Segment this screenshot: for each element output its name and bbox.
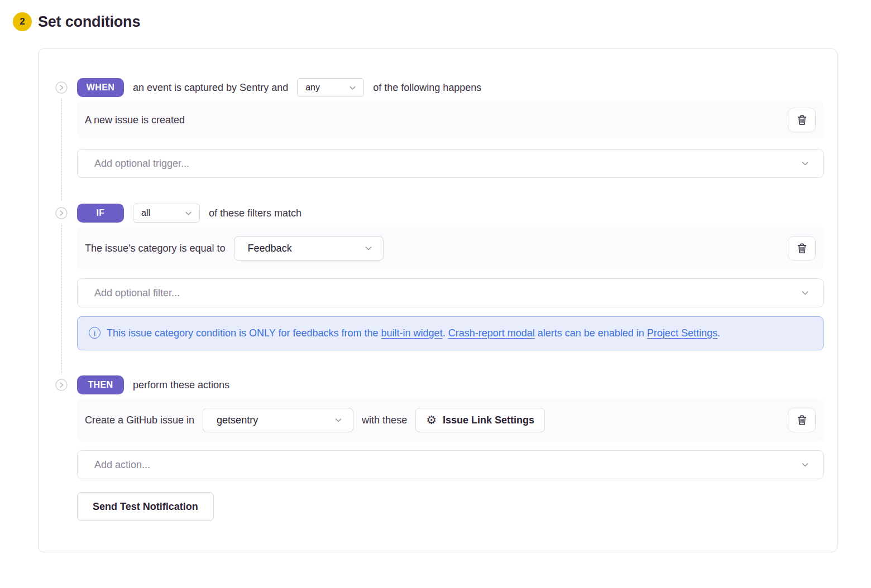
alert-segment: This issue category condition is ONLY fo… — [107, 327, 381, 339]
alert-rule-builder: 2 Set conditions WHEN an event is captur… — [0, 0, 871, 588]
github-repo-select[interactable]: getsentry — [203, 408, 353, 432]
conditions-card: WHEN an event is captured by Sentry and … — [38, 49, 838, 552]
chevron-down-icon — [334, 416, 343, 425]
chevron-down-icon — [184, 209, 193, 218]
alert-message: This issue category condition is ONLY fo… — [107, 325, 720, 342]
delete-trigger-button[interactable] — [788, 108, 816, 132]
trigger-condition-label-wrap: A new issue is created — [85, 114, 185, 126]
action-label: Create a GitHub issue in — [85, 415, 194, 426]
filter-condition-label-wrap: The issue's category is equal to Feedbac… — [85, 236, 384, 261]
then-step-header: THEN perform these actions — [77, 375, 824, 394]
crash-report-modal-link[interactable]: Crash-report modal — [448, 327, 535, 339]
gear-icon: ⚙ — [426, 415, 437, 426]
project-settings-link[interactable]: Project Settings — [647, 327, 717, 339]
add-trigger-placeholder: Add optional trigger... — [94, 158, 189, 170]
step-connector-line — [61, 225, 62, 373]
when-frequency-select[interactable]: any — [297, 78, 364, 97]
alert-segment: . — [717, 327, 720, 339]
trash-icon — [796, 114, 808, 126]
if-badge: IF — [77, 204, 124, 223]
filter-condition-label: The issue's category is equal to — [85, 243, 226, 254]
trigger-condition-label: A new issue is created — [85, 114, 185, 126]
issue-link-settings-button[interactable]: ⚙ Issue Link Settings — [415, 408, 545, 432]
if-step: IF all of these filters match The issue'… — [39, 204, 824, 350]
when-step: WHEN an event is captured by Sentry and … — [39, 78, 824, 178]
when-badge: WHEN — [77, 78, 124, 97]
page-title: Set conditions — [38, 13, 140, 31]
circle-chevron-right-icon[interactable] — [55, 207, 68, 219]
trigger-condition-row: A new issue is created — [77, 102, 824, 138]
action-connector-text: with these — [362, 415, 407, 426]
if-match-select-value: all — [141, 208, 150, 218]
if-match-select[interactable]: all — [133, 204, 200, 223]
step-connector-line — [61, 99, 62, 200]
issue-link-settings-label: Issue Link Settings — [443, 415, 534, 426]
chevron-down-icon — [801, 159, 810, 168]
add-optional-filter-select[interactable]: Add optional filter... — [77, 278, 824, 307]
trash-icon — [796, 243, 808, 254]
alert-segment: . — [443, 327, 448, 339]
alert-segment: alerts can be enabled in — [535, 327, 647, 339]
then-step: THEN perform these actions Create a GitH… — [39, 375, 824, 521]
when-text-after: of the following happens — [373, 82, 481, 94]
chevron-down-icon — [801, 460, 810, 469]
add-optional-trigger-select[interactable]: Add optional trigger... — [77, 149, 824, 178]
page-header: 2 Set conditions — [0, 0, 871, 31]
builtin-widget-link[interactable]: built-in widget — [381, 327, 443, 339]
then-text-after: perform these actions — [133, 379, 229, 391]
delete-filter-button[interactable] — [788, 236, 816, 261]
if-step-header: IF all of these filters match — [77, 204, 824, 223]
circle-chevron-right-icon[interactable] — [55, 379, 68, 391]
info-icon: i — [89, 327, 100, 339]
step-number-badge: 2 — [13, 12, 32, 31]
issue-category-select-value: Feedback — [248, 243, 292, 254]
chevron-down-icon — [348, 84, 357, 92]
circle-chevron-right-icon[interactable] — [55, 81, 68, 94]
add-action-placeholder: Add action... — [94, 459, 150, 471]
issue-category-info-alert: i This issue category condition is ONLY … — [77, 316, 824, 350]
issue-category-select[interactable]: Feedback — [234, 236, 384, 261]
when-text-before: an event is captured by Sentry and — [133, 82, 288, 94]
chevron-down-icon — [364, 244, 373, 253]
trash-icon — [796, 415, 808, 426]
add-filter-placeholder: Add optional filter... — [94, 287, 180, 299]
github-repo-select-value: getsentry — [217, 415, 258, 426]
delete-action-button[interactable] — [788, 408, 816, 432]
then-badge: THEN — [77, 375, 124, 394]
add-action-select[interactable]: Add action... — [77, 450, 824, 479]
when-frequency-select-value: any — [305, 83, 320, 93]
send-test-notification-button[interactable]: Send Test Notification — [77, 492, 214, 521]
chevron-down-icon — [801, 288, 810, 297]
filter-condition-row: The issue's category is equal to Feedbac… — [77, 227, 824, 269]
when-step-header: WHEN an event is captured by Sentry and … — [77, 78, 824, 97]
if-text-after: of these filters match — [209, 208, 302, 219]
action-row: Create a GitHub issue in getsentry with … — [77, 399, 824, 441]
action-label-wrap: Create a GitHub issue in getsentry with … — [85, 408, 545, 432]
